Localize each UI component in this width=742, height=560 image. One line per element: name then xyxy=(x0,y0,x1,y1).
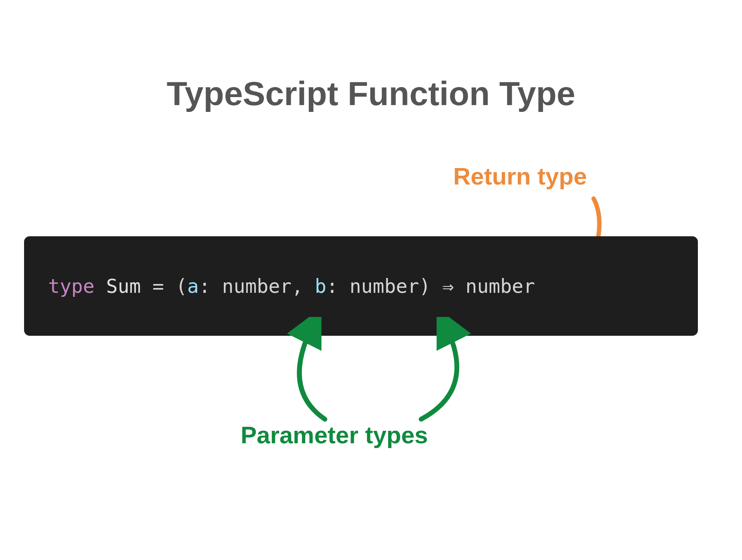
param-a-type: number xyxy=(222,275,292,297)
colon-2: : xyxy=(326,275,338,297)
param-a: a xyxy=(187,275,199,297)
return-type-label: Return type xyxy=(453,162,587,190)
code-block: type Sum = ( a : number , b : number ) ⇒… xyxy=(24,236,698,336)
equals: = xyxy=(152,275,164,297)
diagram-title: TypeScript Function Type xyxy=(167,74,576,113)
close-paren: ) xyxy=(419,275,431,297)
return-type: number xyxy=(465,275,535,297)
arrow-symbol: ⇒ xyxy=(442,275,454,297)
type-name: Sum xyxy=(106,275,141,297)
param-b-type: number xyxy=(349,275,419,297)
colon-1: : xyxy=(199,275,211,297)
open-paren: ( xyxy=(176,275,187,297)
param-b: b xyxy=(315,275,326,297)
keyword-type: type xyxy=(48,275,95,297)
parameter-types-label: Parameter types xyxy=(241,421,428,449)
comma: , xyxy=(292,275,303,297)
